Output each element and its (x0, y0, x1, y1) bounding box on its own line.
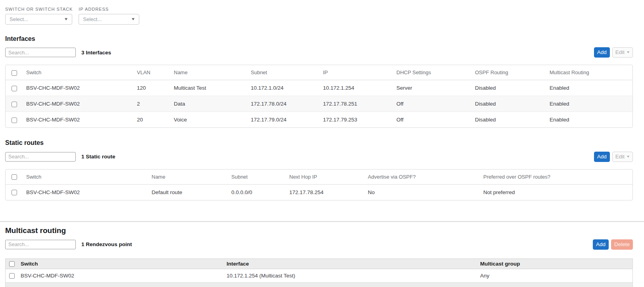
column-header: Subnet (251, 65, 323, 80)
table-row[interactable]: BSV-CHC-MDF-SW02 2 Data 172.17.78.0/24 1… (6, 96, 632, 112)
chevron-down-icon: ▼ (626, 155, 630, 159)
static-routes-edit-button[interactable]: Edit ▼ (612, 152, 633, 162)
table-row[interactable]: BSV-CHC-MDF-SW02 10.172.1.254 (Multicast… (6, 269, 632, 282)
cell-switch: BSV-CHC-MDF-SW02 (26, 184, 152, 200)
static-routes-table-card: Switch Name Subnet Next Hop IP Advertise… (5, 169, 633, 200)
chevron-down-icon: ▼ (626, 50, 630, 54)
column-header: Multicast Routing (550, 65, 632, 80)
cell-preferred: Not preferred (483, 184, 632, 200)
interfaces-search-input[interactable] (5, 48, 76, 57)
static-routes-actions: Add Edit ▼ (594, 152, 633, 162)
cell-name: Multicast Test (174, 80, 251, 96)
static-routes-header-row: Switch Name Subnet Next Hop IP Advertise… (6, 170, 632, 185)
column-header: Name (152, 170, 231, 185)
column-header: OSPF Routing (475, 65, 550, 80)
column-header: Switch (21, 259, 227, 269)
select-all-checkbox[interactable] (12, 70, 17, 76)
multicast-search-input[interactable] (5, 240, 76, 249)
cell-name: Default route (152, 184, 231, 200)
table-footer-strip (6, 282, 632, 287)
cell-group: Any (480, 269, 632, 282)
cell-subnet: 172.17.79.0/24 (251, 112, 323, 128)
table-row[interactable]: BSV-CHC-MDF-SW02 Default route 0.0.0.0/0… (6, 184, 632, 200)
column-header: DHCP Settings (396, 65, 475, 80)
switch-select[interactable]: Select... ▼ (5, 14, 72, 25)
cell-advertise: No (368, 184, 483, 200)
column-header: IP (323, 65, 396, 80)
row-checkbox[interactable] (12, 102, 17, 107)
multicast-delete-button[interactable]: Delete (611, 239, 633, 250)
row-checkbox[interactable] (9, 273, 15, 279)
select-all-checkbox[interactable] (9, 261, 15, 267)
multicast-table-card: Switch Interface Multicast group BSV-CHC… (5, 258, 633, 287)
table-row[interactable]: BSV-CHC-MDF-SW02 120 Multicast Test 10.1… (6, 80, 632, 96)
interfaces-count: 3 Interfaces (81, 50, 111, 56)
cell-switch: BSV-CHC-MDF-SW02 (21, 269, 227, 282)
column-header: Advertise via OSPF? (368, 170, 483, 185)
cell-name: Voice (174, 112, 251, 128)
cell-vlan: 120 (137, 80, 174, 96)
multicast-actions: Add Delete (593, 239, 633, 250)
static-routes-toolbar: 1 Static route Add Edit ▼ (5, 152, 633, 162)
static-routes-title: Static routes (5, 139, 633, 146)
cell-subnet: 172.17.78.0/24 (251, 96, 323, 112)
cell-name: Data (174, 96, 251, 112)
row-checkbox[interactable] (12, 190, 17, 195)
switch-select-value: Select... (10, 16, 28, 22)
cell-next-hop: 172.17.78.254 (289, 184, 368, 200)
interfaces-table: Switch VLAN Name Subnet IP DHCP Settings… (6, 65, 632, 127)
column-header: Multicast group (480, 259, 632, 269)
ip-select-value: Select... (83, 16, 102, 22)
row-checkbox[interactable] (12, 117, 17, 123)
interfaces-edit-label: Edit (615, 49, 625, 56)
interfaces-edit-button[interactable]: Edit ▼ (612, 47, 633, 58)
cell-ospf: Disabled (475, 112, 550, 128)
cell-multicast: Enabled (550, 96, 632, 112)
row-checkbox[interactable] (12, 86, 17, 91)
section-divider (0, 221, 644, 222)
routing-page: SWITCH OR SWITCH STACK Select... ▼ IP AD… (0, 0, 644, 287)
cell-vlan: 2 (137, 96, 174, 112)
table-row[interactable]: BSV-CHC-MDF-SW02 20 Voice 172.17.79.0/24… (6, 112, 632, 128)
cell-vlan: 20 (137, 112, 174, 128)
cell-ip: 172.17.79.253 (323, 112, 396, 128)
cell-ospf: Disabled (475, 80, 550, 96)
interfaces-header-row: Switch VLAN Name Subnet IP DHCP Settings… (6, 65, 632, 80)
multicast-header-row: Switch Interface Multicast group (6, 259, 632, 269)
cell-switch: BSV-CHC-MDF-SW02 (26, 112, 137, 128)
chevron-down-icon: ▼ (131, 17, 136, 21)
interfaces-actions: Add Edit ▼ (594, 47, 633, 58)
cell-ip: 172.17.78.251 (323, 96, 396, 112)
interfaces-title: Interfaces (5, 35, 633, 42)
cell-dhcp: Server (396, 80, 475, 96)
chevron-down-icon: ▼ (64, 17, 69, 21)
ip-filter-label: IP ADDRESS (79, 7, 139, 12)
multicast-table: Switch Interface Multicast group BSV-CHC… (6, 259, 632, 287)
static-routes-search-input[interactable] (5, 152, 76, 162)
ip-select[interactable]: Select... ▼ (79, 14, 139, 25)
switch-filter-group: SWITCH OR SWITCH STACK Select... ▼ (5, 7, 73, 25)
select-all-checkbox[interactable] (12, 174, 17, 180)
column-header: VLAN (137, 65, 174, 80)
static-routes-edit-label: Edit (615, 154, 625, 160)
column-header: Switch (26, 170, 152, 185)
static-routes-table: Switch Name Subnet Next Hop IP Advertise… (6, 170, 632, 200)
interfaces-toolbar: 3 Interfaces Add Edit ▼ (5, 47, 633, 58)
static-routes-add-button[interactable]: Add (594, 152, 610, 162)
ip-filter-group: IP ADDRESS Select... ▼ (79, 7, 139, 25)
multicast-toolbar: 1 Rendezvous point Add Delete (5, 239, 633, 250)
cell-switch: BSV-CHC-MDF-SW02 (26, 96, 137, 112)
cell-switch: BSV-CHC-MDF-SW02 (26, 80, 137, 96)
interfaces-add-button[interactable]: Add (594, 47, 610, 58)
cell-subnet: 10.172.1.0/24 (251, 80, 323, 96)
column-header: Next Hop IP (289, 170, 368, 185)
cell-multicast: Enabled (550, 80, 632, 96)
multicast-add-button[interactable]: Add (593, 239, 609, 250)
cell-dhcp: Off (396, 96, 475, 112)
multicast-count: 1 Rendezvous point (81, 241, 132, 247)
static-routes-count: 1 Static route (81, 154, 115, 160)
interfaces-table-card: Switch VLAN Name Subnet IP DHCP Settings… (5, 65, 633, 128)
cell-ospf: Disabled (475, 96, 550, 112)
cell-interface: 10.172.1.254 (Multicast Test) (227, 269, 480, 282)
cell-multicast: Enabled (550, 112, 632, 128)
